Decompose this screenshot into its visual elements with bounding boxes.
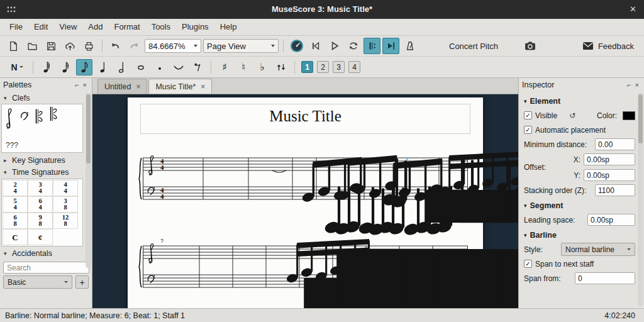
palette-section-accidentals[interactable]: ▾ Accidentals (0, 247, 92, 259)
save-button[interactable] (43, 38, 60, 54)
undo-button[interactable] (107, 38, 124, 54)
time-signature-item[interactable]: 54 (3, 196, 28, 213)
flat-button[interactable]: ♭ (254, 59, 270, 75)
tie-button[interactable] (170, 59, 187, 75)
duration-16th-button[interactable] (57, 59, 74, 75)
stacking-order-field[interactable]: 1100 (595, 184, 635, 196)
tab-music-title[interactable]: Music Title* × (148, 79, 212, 94)
palettes-close-icon[interactable]: × (81, 81, 89, 89)
tab-close-icon[interactable]: × (201, 82, 205, 91)
tab-close-icon[interactable]: × (136, 82, 140, 91)
menu-file[interactable]: File (4, 19, 28, 35)
pan-score-button[interactable] (382, 38, 399, 54)
flip-direction-button[interactable] (273, 59, 289, 75)
menu-format[interactable]: Format (108, 19, 145, 35)
treble-clef-item[interactable] (4, 106, 14, 130)
tab-untitled[interactable]: Untitled × (97, 79, 147, 94)
bass-clef-item[interactable] (19, 110, 29, 121)
inspector-float-icon[interactable]: ⌐ (625, 81, 633, 89)
palette-section-clefs[interactable]: ▾ Clefs (0, 92, 92, 104)
zoom-combobox[interactable]: 84.6667% (145, 39, 201, 53)
menu-edit[interactable]: Edit (28, 19, 53, 35)
inspector-scrollbar[interactable] (638, 93, 643, 306)
menu-help[interactable]: Help (214, 19, 243, 35)
add-workspace-button[interactable]: + (75, 275, 89, 289)
play-button[interactable] (326, 38, 343, 54)
time-signature-cut-item[interactable]: ¢ (28, 229, 53, 245)
menu-plugins[interactable]: Plugins (176, 19, 214, 35)
voice-3-button[interactable]: 3 (333, 61, 345, 73)
chevron-down-icon: ▾ (4, 95, 9, 101)
duration-half-button[interactable] (114, 59, 130, 75)
time-signature-common-item[interactable]: C (3, 229, 28, 245)
save-online-button[interactable] (62, 38, 79, 54)
reset-icon[interactable]: ↺ (569, 111, 575, 120)
palette-section-key-signatures[interactable]: ▸ Key Signatures (0, 154, 92, 166)
open-file-button[interactable] (24, 38, 41, 54)
color-swatch[interactable] (623, 111, 635, 120)
time-signature-item[interactable]: 44 (53, 180, 78, 196)
metronome-button[interactable] (401, 38, 418, 54)
section-segment[interactable]: ▾ Segment (524, 201, 635, 210)
image-capture-button[interactable] (521, 38, 538, 54)
time-signature-item[interactable]: 38 (53, 196, 78, 213)
menu-view[interactable]: View (53, 19, 82, 35)
auto-placement-checkbox[interactable]: ✓ (524, 126, 532, 134)
alto-clef-item[interactable] (35, 108, 43, 125)
time-signature-item[interactable]: 24 (3, 180, 28, 196)
duration-32nd-button[interactable] (38, 59, 55, 75)
window-close-button[interactable]: ✕ (630, 0, 636, 19)
time-signature-item[interactable]: 128 (53, 213, 78, 229)
menu-add[interactable]: Add (82, 19, 108, 35)
loop-playback-button[interactable] (345, 38, 362, 54)
barline-style-combobox[interactable]: Normal barline (561, 243, 635, 256)
min-distance-field[interactable]: 0.00 (595, 138, 635, 150)
section-element[interactable]: ▾ Element (524, 97, 635, 106)
inspector-close-icon[interactable]: × (633, 81, 641, 89)
duration-quarter-button[interactable] (95, 59, 111, 75)
view-mode-combobox[interactable]: Page View (203, 39, 279, 53)
section-barline[interactable]: ▾ Barline (524, 231, 635, 240)
rewind-button[interactable] (307, 38, 324, 54)
voice-4-button[interactable]: 4 (348, 61, 360, 73)
score-system-1[interactable]: 4 4 4 4 (143, 150, 469, 208)
tenor-clef-item[interactable] (49, 106, 58, 121)
palette-section-time-signatures[interactable]: ▾ Time Signatures (0, 166, 92, 178)
concert-pitch-button[interactable]: Concert Pitch (443, 38, 504, 53)
menu-tools[interactable]: Tools (146, 19, 176, 35)
scrollbar-thumb[interactable] (638, 94, 643, 143)
natural-button[interactable]: ♮ (235, 59, 252, 75)
voice-1-button[interactable]: 1 (301, 61, 313, 73)
workspace-combobox[interactable]: Basic (3, 275, 72, 289)
redo-button[interactable] (126, 38, 143, 54)
offset-x-field[interactable]: 0.00sp (584, 153, 635, 165)
time-signature-item[interactable]: 64 (28, 196, 53, 213)
palettes-float-icon[interactable]: ⌐ (73, 81, 80, 89)
play-panel-button[interactable] (288, 38, 305, 54)
augmentation-dot-button[interactable] (152, 59, 168, 75)
offset-y-field[interactable]: 0.00sp (584, 169, 635, 181)
rest-button[interactable] (189, 59, 206, 75)
score-page[interactable]: Music Title 4 4 (128, 97, 483, 308)
feedback-button[interactable]: Feedback (582, 42, 639, 51)
duration-whole-button[interactable] (133, 59, 149, 75)
leading-space-field[interactable]: 0.00sp (587, 214, 635, 226)
duration-eighth-button[interactable] (76, 59, 92, 75)
score-canvas[interactable]: Music Title 4 4 (92, 94, 518, 308)
play-repeats-button[interactable] (364, 38, 380, 54)
time-signature-item[interactable]: 98 (28, 213, 53, 229)
print-button[interactable] (80, 38, 97, 54)
span-from-field[interactable]: 0 (575, 272, 635, 284)
scrollbar-thumb[interactable] (86, 94, 91, 164)
new-score-button[interactable] (5, 38, 22, 54)
voice-2-button[interactable]: 2 (317, 61, 329, 73)
span-next-staff-checkbox[interactable]: ✓ (524, 260, 532, 268)
palette-search-input[interactable] (3, 262, 89, 274)
visible-checkbox[interactable]: ✓ (524, 111, 532, 119)
sharp-button[interactable]: ♯ (216, 59, 233, 75)
time-signature-item[interactable]: 34 (28, 180, 53, 196)
palettes-scrollbar[interactable] (86, 93, 91, 268)
note-input-mode-button[interactable]: N (6, 59, 28, 75)
time-signature-item[interactable]: 68 (3, 213, 28, 229)
score-system-2[interactable]: ? (143, 238, 469, 296)
